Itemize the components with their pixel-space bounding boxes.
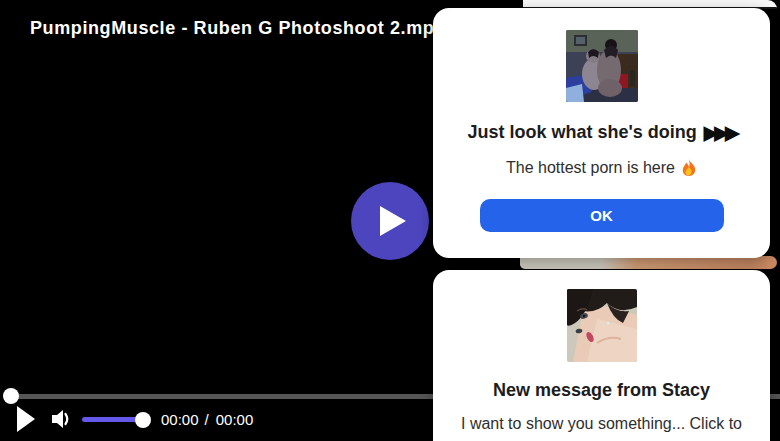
message-popup[interactable]: New message from Stacy I want to show yo… (433, 270, 770, 441)
message-heading-text: New message from Stacy (493, 380, 710, 401)
offer-popup-thumbnail (566, 30, 638, 102)
play-button[interactable] (16, 405, 36, 436)
offer-popup-heading: Just look what she's doing▶▶▶ (467, 121, 735, 144)
offer-popup-subtext: The hottest porn is here (506, 159, 697, 177)
offer-popup[interactable]: Just look what she's doing▶▶▶ The hottes… (433, 8, 770, 258)
message-popup-heading: New message from Stacy (493, 380, 710, 401)
progress-knob[interactable] (3, 388, 19, 404)
time-display: 00:00/00:00 (161, 411, 253, 428)
volume-knob[interactable] (135, 412, 151, 428)
current-time: 00:00 (161, 411, 199, 428)
triple-play-arrows-icon: ▶▶▶ (704, 121, 736, 144)
fire-emoji-icon (681, 159, 697, 177)
video-page: { "window": { "width": 780, "height": 44… (0, 0, 780, 441)
message-popup-body: I want to show you something... Click to (461, 415, 742, 433)
video-title: PumpingMuscle - Ruben G Photoshoot 2.mp4 (30, 18, 445, 39)
ok-button[interactable]: OK (480, 199, 724, 232)
play-icon (378, 205, 408, 237)
big-play-button[interactable] (351, 182, 429, 260)
offer-subtext-text: The hottest porn is here (506, 159, 675, 177)
time-separator: / (205, 411, 209, 428)
play-icon (16, 405, 36, 433)
speaker-icon (50, 407, 72, 431)
message-popup-thumbnail (567, 289, 637, 362)
volume-button[interactable] (50, 407, 72, 434)
offer-heading-text: Just look what she's doing (467, 122, 696, 143)
duration-time: 00:00 (216, 411, 254, 428)
